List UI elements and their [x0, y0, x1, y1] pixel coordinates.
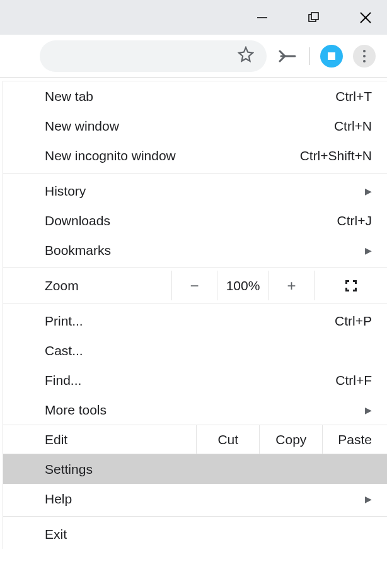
menu-print[interactable]: Print... Ctrl+P	[3, 306, 387, 336]
menu-label: Bookmarks	[45, 243, 111, 258]
menu-downloads[interactable]: Downloads Ctrl+J	[3, 206, 387, 235]
menu-button[interactable]	[353, 45, 376, 68]
menu-more-tools[interactable]: More tools ▶	[3, 395, 387, 425]
divider	[3, 268, 387, 268]
menu-new-incognito[interactable]: New incognito window Ctrl+Shift+N	[3, 141, 387, 170]
title-bar	[0, 0, 387, 35]
divider	[3, 516, 387, 517]
menu-settings[interactable]: Settings	[3, 454, 387, 484]
svg-rect-2	[311, 13, 318, 20]
menu-label: Help	[45, 491, 72, 507]
menu-new-window[interactable]: New window Ctrl+N	[3, 111, 387, 141]
fullscreen-button[interactable]	[314, 271, 387, 300]
divider	[3, 173, 387, 173]
menu-find[interactable]: Find... Ctrl+F	[3, 365, 387, 395]
menu-bookmarks[interactable]: Bookmarks ▶	[3, 235, 387, 265]
menu-label: Settings	[45, 462, 93, 477]
copy-button[interactable]: Copy	[259, 425, 322, 454]
menu-label: Downloads	[45, 213, 110, 228]
edit-label: Edit	[3, 432, 196, 447]
cut-button[interactable]: Cut	[196, 425, 259, 454]
zoom-label: Zoom	[3, 278, 171, 293]
menu-cast[interactable]: Cast...	[3, 336, 387, 365]
menu-shortcut: Ctrl+J	[337, 213, 372, 228]
menu-label: Find...	[45, 373, 81, 388]
menu-shortcut: Ctrl+F	[335, 373, 372, 388]
separator	[309, 47, 310, 65]
zoom-in-button[interactable]: +	[269, 271, 314, 300]
extension-icon[interactable]	[320, 45, 343, 68]
menu-label: Cast...	[45, 343, 83, 358]
chrome-menu: New tab Ctrl+T New window Ctrl+N New inc…	[3, 81, 387, 549]
menu-shortcut: Ctrl+N	[334, 119, 372, 134]
chevron-right-icon: ▶	[365, 186, 372, 196]
menu-label: Print...	[45, 314, 83, 329]
address-bar[interactable]	[40, 40, 267, 72]
close-button[interactable]	[350, 5, 381, 30]
paste-button[interactable]: Paste	[322, 425, 387, 454]
maximize-button[interactable]	[299, 5, 329, 30]
chevron-right-icon: ▶	[365, 245, 372, 256]
zoom-value: 100%	[217, 271, 269, 300]
menu-shortcut: Ctrl+P	[335, 314, 372, 329]
menu-new-tab[interactable]: New tab Ctrl+T	[3, 81, 387, 111]
star-icon[interactable]	[238, 46, 254, 66]
menu-exit[interactable]: Exit	[3, 519, 387, 549]
chevron-right-icon: ▶	[365, 494, 372, 504]
toolbar-row	[0, 35, 387, 78]
menu-zoom: Zoom − 100% +	[3, 271, 387, 300]
minimize-button[interactable]	[247, 5, 277, 30]
menu-shortcut: Ctrl+Shift+N	[300, 148, 372, 163]
menu-edit: Edit Cut Copy Paste	[3, 425, 387, 454]
divider	[3, 303, 387, 303]
menu-help[interactable]: Help ▶	[3, 484, 387, 514]
menu-label: More tools	[45, 403, 107, 418]
chevron-right-icon: ▶	[365, 405, 372, 415]
menu-shortcut: Ctrl+T	[335, 89, 372, 104]
menu-history[interactable]: History ▶	[3, 176, 387, 206]
menu-label: New tab	[45, 89, 93, 104]
airplane-icon[interactable]	[277, 45, 299, 68]
menu-label: Exit	[45, 527, 67, 542]
zoom-out-button[interactable]: −	[171, 271, 217, 300]
menu-label: New window	[45, 119, 119, 134]
menu-label: New incognito window	[45, 148, 176, 163]
menu-label: History	[45, 184, 86, 199]
